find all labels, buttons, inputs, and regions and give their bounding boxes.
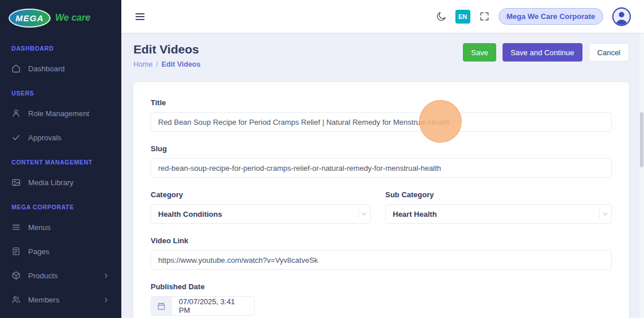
workspace-button[interactable]: Mega We Care Corporate — [499, 8, 603, 25]
page-icon — [12, 247, 21, 256]
chevron-right-icon — [102, 296, 110, 304]
title-block: Edit Videos Home / Edit Videos — [133, 42, 201, 68]
edit-video-form-card: Title Slug Category Health Conditions — [133, 82, 629, 318]
video-link-label: Video Link — [151, 236, 612, 245]
breadcrumb-current: Edit Videos — [162, 60, 201, 68]
breadcrumb-home[interactable]: Home — [133, 60, 152, 68]
sidebar-item-label: Dashboard — [28, 64, 65, 73]
sidebar-item-label: Menus — [28, 223, 51, 232]
published-date-field: Published Date 07/07/2025, 3:41 PM — [151, 282, 612, 316]
sidebar-item-menus[interactable]: Menus — [0, 215, 121, 239]
page-head: Edit Videos Home / Edit Videos Save Save… — [133, 42, 629, 68]
sidebar-item-label: Approvals — [28, 133, 62, 142]
brand-tagline: We care — [55, 13, 90, 23]
sub-category-label: Sub Category — [385, 190, 612, 199]
category-select[interactable]: Health Conditions — [151, 204, 371, 224]
sidebar-item-partial[interactable] — [0, 312, 121, 318]
save-button[interactable]: Save — [463, 43, 496, 62]
category-row: Category Health Conditions Sub Category — [151, 190, 612, 224]
save-and-continue-button[interactable]: Save and Continue — [503, 43, 582, 62]
brand-logo[interactable]: MEGA We care — [0, 0, 121, 36]
main-area: EN Mega We Care Corporate Edit Videos — [121, 0, 644, 318]
sidebar-item-label: Pages — [28, 247, 49, 256]
chevron-down-icon — [601, 210, 609, 218]
menu-lines-icon — [12, 223, 21, 232]
sidebar-nav: DASHBOARD Dashboard USERS Role Managemen… — [0, 36, 121, 318]
sidebar-item-products[interactable]: Products — [0, 263, 121, 288]
sidebar-item-label: Role Management — [28, 109, 89, 118]
title-input[interactable] — [151, 112, 612, 132]
video-link-input[interactable] — [151, 250, 612, 270]
sidebar-item-label: Media Library — [28, 178, 74, 187]
app-window: MEGA We care DASHBOARD Dashboard USERS R… — [0, 0, 644, 318]
sidebar-item-media-library[interactable]: Media Library — [0, 170, 121, 194]
sub-category-select-value: Heart Health — [393, 210, 437, 219]
brand-logo-mark: MEGA — [9, 9, 51, 28]
topbar: EN Mega We Care Corporate — [121, 0, 644, 33]
chevron-down-icon — [361, 210, 368, 218]
sidebar-section-mega-corporate: MEGA CORPORATE — [0, 194, 121, 215]
sidebar: MEGA We care DASHBOARD Dashboard USERS R… — [0, 0, 121, 318]
category-select-value: Health Conditions — [158, 210, 222, 219]
box-icon — [12, 271, 21, 280]
published-date-label: Published Date — [151, 282, 612, 291]
published-date-value: 07/07/2025, 3:41 PM — [172, 297, 254, 315]
breadcrumb: Home / Edit Videos — [133, 60, 201, 68]
sidebar-item-label: Members — [28, 296, 59, 304]
slug-label: Slug — [151, 144, 612, 153]
home-icon — [12, 64, 21, 73]
content: Edit Videos Home / Edit Videos Save Save… — [121, 33, 644, 318]
select-divider — [599, 209, 600, 219]
page-title: Edit Videos — [133, 42, 201, 56]
media-icon — [12, 178, 21, 187]
user-icon — [12, 109, 21, 118]
sidebar-item-label: Products — [28, 271, 57, 280]
sub-category-field: Sub Category Heart Health — [385, 190, 612, 224]
calendar-icon — [151, 297, 172, 315]
sidebar-item-pages[interactable]: Pages — [0, 239, 121, 263]
sidebar-section-content-management: CONTENT MANAGEMENT — [0, 150, 121, 170]
sidebar-item-dashboard[interactable]: Dashboard — [0, 56, 121, 81]
vertical-scrollbar[interactable] — [639, 33, 644, 318]
title-field: Title — [151, 98, 612, 132]
menu-toggle-icon[interactable] — [134, 10, 146, 22]
scrollbar-thumb[interactable] — [640, 112, 643, 167]
sub-category-select[interactable]: Heart Health — [385, 204, 612, 224]
slug-field: Slug — [151, 144, 612, 178]
sidebar-item-role-management[interactable]: Role Management — [0, 101, 121, 125]
check-icon — [12, 133, 21, 142]
people-icon — [12, 295, 21, 304]
video-link-field: Video Link — [151, 236, 612, 270]
sidebar-item-members[interactable]: Members — [0, 288, 121, 312]
select-divider — [358, 209, 359, 219]
fullscreen-icon[interactable] — [479, 11, 490, 22]
avatar-icon[interactable] — [612, 7, 631, 26]
published-date-input[interactable]: 07/07/2025, 3:41 PM — [151, 296, 255, 316]
cancel-button[interactable]: Cancel — [589, 43, 629, 62]
sidebar-section-dashboard: DASHBOARD — [0, 36, 121, 56]
category-field: Category Health Conditions — [151, 190, 371, 224]
topbar-right: EN Mega We Care Corporate — [436, 7, 631, 26]
language-badge[interactable]: EN — [455, 10, 470, 24]
category-label: Category — [151, 190, 371, 199]
slug-input[interactable] — [151, 158, 612, 178]
moon-icon[interactable] — [436, 11, 447, 22]
chevron-right-icon — [102, 272, 110, 279]
sidebar-section-users: USERS — [0, 81, 121, 101]
sidebar-item-approvals[interactable]: Approvals — [0, 125, 121, 150]
page-actions: Save Save and Continue Cancel — [463, 43, 629, 62]
breadcrumb-separator: / — [156, 60, 158, 68]
title-label: Title — [151, 98, 612, 107]
